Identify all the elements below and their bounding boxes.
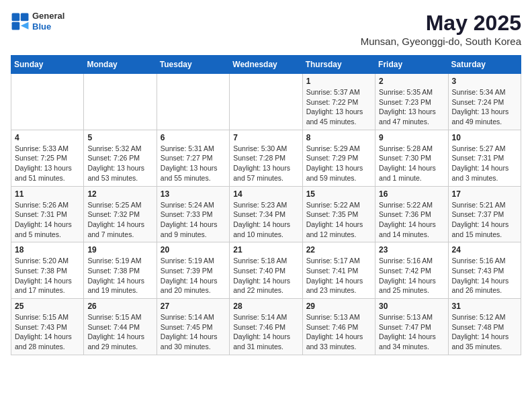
calendar-cell <box>157 74 229 130</box>
svg-marker-3 <box>21 21 29 29</box>
day-number: 6 <box>161 133 226 142</box>
day-info: Sunrise: 5:13 AM Sunset: 7:47 PM Dayligh… <box>379 312 444 352</box>
day-info: Sunrise: 5:28 AM Sunset: 7:30 PM Dayligh… <box>379 144 444 183</box>
day-number: 21 <box>233 245 298 255</box>
calendar-cell: 26Sunrise: 5:15 AM Sunset: 7:44 PM Dayli… <box>84 299 157 355</box>
day-info: Sunrise: 5:37 AM Sunset: 7:22 PM Dayligh… <box>306 87 371 127</box>
calendar-cell: 13Sunrise: 5:24 AM Sunset: 7:33 PM Dayli… <box>157 186 229 242</box>
calendar-cell: 10Sunrise: 5:27 AM Sunset: 7:31 PM Dayli… <box>448 130 521 186</box>
week-row-3: 11Sunrise: 5:26 AM Sunset: 7:31 PM Dayli… <box>11 186 521 242</box>
day-info: Sunrise: 5:14 AM Sunset: 7:46 PM Dayligh… <box>233 312 298 352</box>
day-info: Sunrise: 5:15 AM Sunset: 7:43 PM Dayligh… <box>15 312 80 352</box>
day-number: 24 <box>452 245 517 255</box>
calendar-cell: 27Sunrise: 5:14 AM Sunset: 7:45 PM Dayli… <box>157 299 229 355</box>
header-cell-thursday: Thursday <box>302 56 375 74</box>
week-row-4: 18Sunrise: 5:20 AM Sunset: 7:38 PM Dayli… <box>11 242 521 299</box>
calendar-cell: 19Sunrise: 5:19 AM Sunset: 7:38 PM Dayli… <box>84 242 157 299</box>
calendar-cell: 1Sunrise: 5:37 AM Sunset: 7:22 PM Daylig… <box>302 74 375 130</box>
header-cell-sunday: Sunday <box>11 56 84 74</box>
page-header: General Blue May 2025 Munsan, Gyeonggi-d… <box>11 11 521 47</box>
calendar-cell: 2Sunrise: 5:35 AM Sunset: 7:23 PM Daylig… <box>375 74 448 130</box>
week-row-2: 4Sunrise: 5:33 AM Sunset: 7:25 PM Daylig… <box>11 130 521 186</box>
day-number: 7 <box>233 133 298 142</box>
calendar-cell: 23Sunrise: 5:16 AM Sunset: 7:42 PM Dayli… <box>375 242 448 299</box>
day-info: Sunrise: 5:19 AM Sunset: 7:39 PM Dayligh… <box>161 256 226 295</box>
day-info: Sunrise: 5:22 AM Sunset: 7:35 PM Dayligh… <box>306 200 371 240</box>
calendar-cell: 4Sunrise: 5:33 AM Sunset: 7:25 PM Daylig… <box>11 130 84 186</box>
calendar-cell: 28Sunrise: 5:14 AM Sunset: 7:46 PM Dayli… <box>230 299 302 355</box>
calendar-cell: 8Sunrise: 5:29 AM Sunset: 7:29 PM Daylig… <box>302 130 375 186</box>
day-number: 12 <box>87 189 152 199</box>
day-info: Sunrise: 5:27 AM Sunset: 7:31 PM Dayligh… <box>452 144 517 183</box>
day-info: Sunrise: 5:25 AM Sunset: 7:32 PM Dayligh… <box>87 200 152 240</box>
day-info: Sunrise: 5:32 AM Sunset: 7:26 PM Dayligh… <box>87 144 152 183</box>
calendar-cell: 21Sunrise: 5:18 AM Sunset: 7:40 PM Dayli… <box>230 242 302 299</box>
day-info: Sunrise: 5:22 AM Sunset: 7:36 PM Dayligh… <box>379 200 444 240</box>
day-number: 4 <box>15 133 80 142</box>
calendar-cell: 14Sunrise: 5:23 AM Sunset: 7:34 PM Dayli… <box>230 186 302 242</box>
header-cell-monday: Monday <box>84 56 157 74</box>
svg-rect-2 <box>12 21 20 30</box>
calendar-cell <box>230 74 302 130</box>
day-info: Sunrise: 5:16 AM Sunset: 7:43 PM Dayligh… <box>452 256 517 295</box>
calendar-cell: 24Sunrise: 5:16 AM Sunset: 7:43 PM Dayli… <box>448 242 521 299</box>
calendar-cell: 16Sunrise: 5:22 AM Sunset: 7:36 PM Dayli… <box>375 186 448 242</box>
day-info: Sunrise: 5:18 AM Sunset: 7:40 PM Dayligh… <box>233 256 298 295</box>
day-info: Sunrise: 5:12 AM Sunset: 7:48 PM Dayligh… <box>452 312 517 352</box>
calendar-cell: 6Sunrise: 5:31 AM Sunset: 7:27 PM Daylig… <box>157 130 229 186</box>
svg-rect-1 <box>21 13 29 21</box>
day-info: Sunrise: 5:14 AM Sunset: 7:45 PM Dayligh… <box>161 312 226 352</box>
day-number: 13 <box>161 189 226 199</box>
calendar-cell <box>11 74 84 130</box>
day-number: 2 <box>379 77 444 86</box>
day-info: Sunrise: 5:20 AM Sunset: 7:38 PM Dayligh… <box>15 256 80 295</box>
day-info: Sunrise: 5:29 AM Sunset: 7:29 PM Dayligh… <box>306 144 371 183</box>
day-number: 9 <box>379 133 444 142</box>
day-number: 1 <box>306 77 371 86</box>
day-number: 18 <box>15 245 80 255</box>
day-number: 27 <box>161 302 226 311</box>
day-number: 30 <box>379 302 444 311</box>
calendar-cell: 30Sunrise: 5:13 AM Sunset: 7:47 PM Dayli… <box>375 299 448 355</box>
day-number: 28 <box>233 302 298 311</box>
day-info: Sunrise: 5:21 AM Sunset: 7:37 PM Dayligh… <box>452 200 517 240</box>
logo-text: General Blue <box>32 11 64 32</box>
page-subtitle: Munsan, Gyeonggi-do, South Korea <box>361 36 521 47</box>
day-info: Sunrise: 5:13 AM Sunset: 7:46 PM Dayligh… <box>306 312 371 352</box>
day-number: 25 <box>15 302 80 311</box>
logo-icon <box>11 12 30 31</box>
day-number: 19 <box>87 245 152 255</box>
calendar-cell: 9Sunrise: 5:28 AM Sunset: 7:30 PM Daylig… <box>375 130 448 186</box>
day-number: 15 <box>306 189 371 199</box>
day-info: Sunrise: 5:26 AM Sunset: 7:31 PM Dayligh… <box>15 200 80 240</box>
calendar-cell <box>84 74 157 130</box>
day-number: 31 <box>452 302 517 311</box>
day-info: Sunrise: 5:24 AM Sunset: 7:33 PM Dayligh… <box>161 200 226 240</box>
calendar-cell: 31Sunrise: 5:12 AM Sunset: 7:48 PM Dayli… <box>448 299 521 355</box>
day-info: Sunrise: 5:17 AM Sunset: 7:41 PM Dayligh… <box>306 256 371 295</box>
day-info: Sunrise: 5:19 AM Sunset: 7:38 PM Dayligh… <box>87 256 152 295</box>
logo-blue: Blue <box>32 21 64 32</box>
header-cell-wednesday: Wednesday <box>230 56 302 74</box>
calendar-cell: 20Sunrise: 5:19 AM Sunset: 7:39 PM Dayli… <box>157 242 229 299</box>
day-info: Sunrise: 5:30 AM Sunset: 7:28 PM Dayligh… <box>233 144 298 183</box>
header-row: SundayMondayTuesdayWednesdayThursdayFrid… <box>11 56 521 74</box>
day-number: 20 <box>161 245 226 255</box>
calendar-cell: 17Sunrise: 5:21 AM Sunset: 7:37 PM Dayli… <box>448 186 521 242</box>
day-number: 14 <box>233 189 298 199</box>
day-number: 5 <box>87 133 152 142</box>
day-number: 26 <box>87 302 152 311</box>
calendar-cell: 5Sunrise: 5:32 AM Sunset: 7:26 PM Daylig… <box>84 130 157 186</box>
week-row-5: 25Sunrise: 5:15 AM Sunset: 7:43 PM Dayli… <box>11 299 521 355</box>
calendar-cell: 3Sunrise: 5:34 AM Sunset: 7:24 PM Daylig… <box>448 74 521 130</box>
svg-rect-0 <box>12 13 20 21</box>
calendar-cell: 11Sunrise: 5:26 AM Sunset: 7:31 PM Dayli… <box>11 186 84 242</box>
calendar-cell: 15Sunrise: 5:22 AM Sunset: 7:35 PM Dayli… <box>302 186 375 242</box>
calendar-cell: 7Sunrise: 5:30 AM Sunset: 7:28 PM Daylig… <box>230 130 302 186</box>
day-info: Sunrise: 5:33 AM Sunset: 7:25 PM Dayligh… <box>15 144 80 183</box>
logo: General Blue <box>11 11 64 32</box>
page-title: May 2025 <box>361 11 521 36</box>
day-info: Sunrise: 5:34 AM Sunset: 7:24 PM Dayligh… <box>452 87 517 127</box>
day-number: 22 <box>306 245 371 255</box>
calendar-table: SundayMondayTuesdayWednesdayThursdayFrid… <box>11 55 521 355</box>
